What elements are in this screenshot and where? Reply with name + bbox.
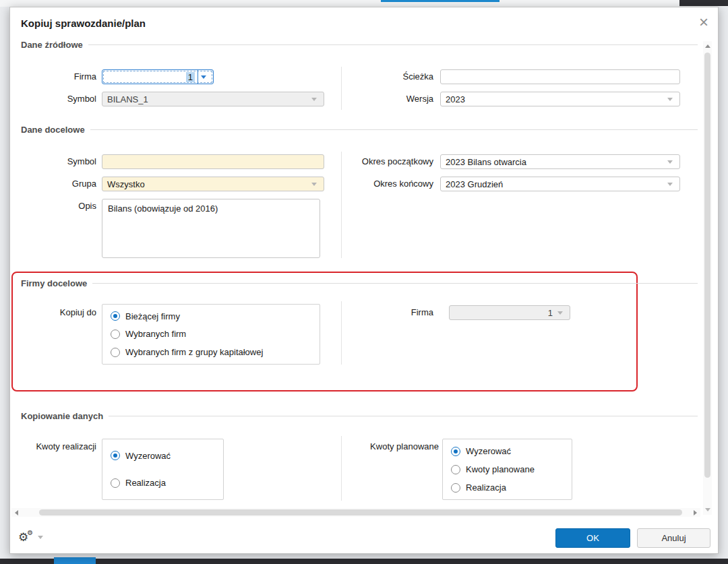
horizontal-scrollbar[interactable] [11, 508, 700, 517]
radio-icon [451, 465, 460, 474]
radio-icon [111, 348, 120, 357]
kopiuj-do-radio-group: Bieżącej firmy Wybranych firm Wybranych … [102, 304, 320, 365]
chevron-down-icon [665, 98, 675, 101]
symbol-source-value: BILANS_1 [107, 94, 148, 104]
okres-koncowy-value: 2023 Grudzień [446, 179, 503, 189]
close-icon[interactable]: × [699, 14, 708, 30]
chevron-down-icon [38, 536, 43, 539]
scroll-right-icon[interactable] [690, 508, 700, 517]
radio-selected-icon [111, 451, 120, 460]
section-title-copy: Kopiowanie danych [21, 411, 103, 421]
settings-gear-button[interactable]: ⚙ ⚙ [18, 532, 43, 543]
chevron-down-icon[interactable] [198, 70, 208, 84]
section-header-copy: Kopiowanie danych [21, 410, 698, 421]
radio-wybranych-firm[interactable]: Wybranych firm [111, 329, 311, 339]
opis-value: Bilans (obowiązuje od 2016) [108, 203, 218, 214]
horizontal-scroll-track[interactable] [22, 508, 690, 517]
section-title-companies: Firmy docelowe [21, 278, 87, 288]
wersja-value: 2023 [446, 94, 465, 104]
section-divider [90, 129, 698, 130]
radio-planowane-kwoty-planowane[interactable]: Kwoty planowane [451, 464, 564, 474]
copy-report-dialog: Kopiuj sprawozdanie/plan × Dane źródłowe… [9, 7, 719, 554]
radio-planowane-realizacja[interactable]: Realizacja [451, 482, 564, 493]
label-symbol-target: Symbol [21, 154, 96, 169]
section-divider [88, 44, 698, 45]
label-kwoty-realizacji: Kwoty realizacji [21, 439, 96, 454]
scroll-down-icon[interactable] [703, 505, 712, 515]
symbol-source-dropdown[interactable]: BILANS_1 [102, 92, 324, 106]
wersja-dropdown[interactable]: 2023 [440, 92, 680, 106]
ok-button[interactable]: OK [555, 528, 630, 548]
section-title-target: Dane docelowe [21, 125, 85, 135]
chevron-down-icon [665, 160, 675, 164]
background-tab-indicator [381, 0, 499, 2]
label-sciezka: Ścieżka [334, 69, 433, 84]
firma-source-value: 1 [186, 72, 195, 82]
section-title-source: Dane źródłowe [21, 40, 83, 50]
kwoty-realizacji-radio-group: Wyzerować Realizacja [102, 439, 224, 500]
vertical-scroll-thumb[interactable] [704, 53, 710, 478]
okres-poczatkowy-dropdown[interactable]: 2023 Bilans otwarcia [440, 154, 680, 169]
label-firma-source: Firma [21, 69, 96, 84]
radio-icon [111, 478, 120, 488]
section-header-source: Dane źródłowe [21, 39, 698, 50]
opis-textarea[interactable]: Bilans (obowiązuje od 2016) [102, 199, 320, 258]
dialog-title: Kopiuj sprawozdanie/plan [21, 18, 146, 29]
cancel-button[interactable]: Anuluj [637, 528, 710, 548]
label-symbol-source: Symbol [21, 92, 96, 106]
sciezka-input[interactable] [440, 69, 680, 84]
radio-biezacej-firmy[interactable]: Bieżącej firmy [111, 311, 311, 321]
symbol-target-input[interactable] [102, 154, 324, 169]
label-kwoty-planowane: Kwoty planowane [339, 439, 439, 454]
background-taskbar-tab [54, 557, 96, 564]
grupa-value: Wszystko [107, 179, 145, 189]
chevron-down-icon [309, 183, 319, 186]
scroll-left-icon[interactable] [11, 508, 22, 517]
label-opis: Opis [21, 199, 96, 214]
label-okres-koncowy: Okres końcowy [334, 177, 433, 191]
section-header-target: Dane docelowe [21, 124, 698, 135]
section-header-companies: Firmy docelowe [21, 278, 698, 288]
background-statusbar [0, 559, 728, 564]
section-divider [109, 416, 698, 416]
horizontal-scroll-thumb[interactable] [39, 509, 682, 515]
radio-realizacji-realizacja[interactable]: Realizacja [111, 478, 215, 488]
label-okres-poczatkowy: Okres początkowy [334, 154, 433, 169]
label-wersja: Wersja [334, 92, 433, 106]
background-app-top [0, 0, 728, 7]
radio-selected-icon [451, 447, 460, 456]
label-kopiuj-do: Kopiuj do [21, 305, 96, 320]
chevron-down-icon [309, 98, 319, 101]
firma-target-value: 1 [548, 308, 553, 318]
chevron-down-icon [665, 183, 675, 186]
label-grupa: Grupa [21, 177, 96, 191]
vertical-scrollbar[interactable] [703, 41, 712, 515]
kwoty-planowane-radio-group: Wyzerować Kwoty planowane Realizacja [442, 439, 572, 500]
background-titlebar-fragment [679, 0, 728, 6]
label-firma-target: Firma [334, 305, 433, 320]
radio-selected-icon [111, 311, 120, 321]
gear-small-icon: ⚙ [27, 530, 33, 536]
radio-icon [111, 330, 120, 339]
radio-wybranych-firm-grupy[interactable]: Wybranych firm z grupy kapitałowej [111, 347, 311, 357]
section-divider [92, 283, 698, 284]
radio-icon [451, 483, 460, 493]
scroll-up-icon[interactable] [703, 41, 712, 51]
firma-source-combobox[interactable]: 1 [102, 69, 214, 84]
firma-target-dropdown[interactable]: 1 [449, 305, 570, 320]
radio-realizacji-wyzerowac[interactable]: Wyzerować [111, 451, 215, 461]
okres-koncowy-dropdown[interactable]: 2023 Grudzień [440, 177, 680, 191]
grupa-dropdown[interactable]: Wszystko [102, 177, 324, 191]
okres-poczatkowy-value: 2023 Bilans otwarcia [446, 157, 526, 167]
radio-planowane-wyzerowac[interactable]: Wyzerować [451, 446, 564, 456]
chevron-down-icon [555, 311, 565, 315]
